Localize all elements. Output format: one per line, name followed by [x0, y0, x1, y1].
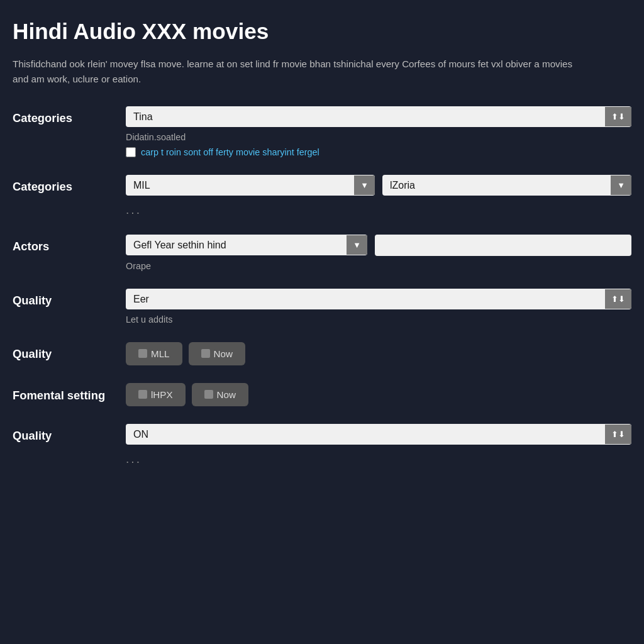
select-wrapper-quality-1: Eer ⬆⬇	[126, 289, 631, 309]
controls-fomental: lHPX Now	[126, 383, 631, 406]
select-arrow-btn-quality-1[interactable]: ⬆⬇	[605, 289, 631, 309]
dots-quality-3: ...	[126, 452, 631, 466]
section-quality-1: Quality Eer ⬆⬇ Let u addits	[13, 289, 631, 325]
label-quality-1: Quality	[13, 289, 113, 308]
page-title: Hindi Audio XXX movies	[13, 19, 631, 44]
toggle-btn-now-2[interactable]: Now	[192, 383, 248, 406]
actors-row: Gefl Year sethin hind ▼	[126, 235, 631, 256]
toggle-label-mll: MLL	[151, 348, 170, 359]
select-categories-2b[interactable]: lZoria	[382, 175, 611, 196]
section-fomental: Fomental setting lHPX Now	[13, 383, 631, 406]
checkbox-categories-1[interactable]	[126, 147, 136, 157]
controls-categories-2: MIL ▼ lZoria ▼ ...	[126, 175, 631, 217]
select-actors[interactable]: Gefl Year sethin hind	[126, 235, 347, 255]
section-categories-2: Categories MIL ▼ lZoria ▼ ...	[13, 175, 631, 217]
toggle-group-quality-2: MLL Now	[126, 342, 631, 365]
toggle-btn-lhpx[interactable]: lHPX	[126, 383, 186, 406]
toggle-label-now-1: Now	[214, 348, 233, 359]
sub-text-actors: Orape	[126, 261, 631, 271]
toggle-btn-mll[interactable]: MLL	[126, 342, 182, 365]
select-arrow-btn-1[interactable]: ⬆⬇	[605, 107, 631, 126]
select-arrow-btn-actors[interactable]: ▼	[347, 235, 367, 255]
toggle-group-fomental: lHPX Now	[126, 383, 631, 406]
dots-categories-2: ...	[126, 203, 631, 217]
checkbox-row-1: carp t roin sont off ferty movie sharyin…	[126, 147, 631, 157]
label-actors: Actors	[13, 235, 113, 253]
label-quality-3: Quality	[13, 424, 113, 443]
label-quality-2: Quality	[13, 342, 113, 361]
section-actors: Actors Gefl Year sethin hind ▼ Orape	[13, 235, 631, 271]
section-quality-3: Quality ON ⬆⬇ ...	[13, 424, 631, 466]
select-wrapper-quality-3: ON ⬆⬇	[126, 424, 631, 445]
toggle-btn-now-1[interactable]: Now	[189, 342, 245, 365]
toggle-indicator-mll	[138, 349, 147, 358]
toggle-label-lhpx: lHPX	[151, 389, 173, 400]
select-arrow-btn-2b[interactable]: ▼	[611, 175, 631, 195]
select-wrapper-categories-1: Tina ⬆⬇	[126, 106, 631, 127]
controls-categories-1: Tina ⬆⬇ Didatin.soatled carp t roin sont…	[126, 106, 631, 157]
double-select-row: MIL ▼ lZoria ▼	[126, 175, 631, 196]
toggle-indicator-now-2	[204, 390, 213, 399]
label-categories-2: Categories	[13, 175, 113, 194]
controls-quality-2: MLL Now	[126, 342, 631, 365]
sub-text-quality-1: Let u addits	[126, 314, 631, 325]
controls-quality-3: ON ⬆⬇ ...	[126, 424, 631, 466]
select-arrow-btn-quality-3[interactable]: ⬆⬇	[605, 425, 631, 444]
section-quality-2: Quality MLL Now	[13, 342, 631, 365]
select-wrapper-cat2-1: MIL ▼	[126, 175, 375, 196]
select-arrow-btn-2a[interactable]: ▼	[354, 175, 375, 195]
checkbox-label-1[interactable]: carp t roin sont off ferty movie sharyin…	[141, 147, 319, 157]
label-categories-1: Categories	[13, 106, 113, 125]
controls-actors: Gefl Year sethin hind ▼ Orape	[126, 235, 631, 271]
actors-input[interactable]	[375, 235, 631, 256]
select-quality-1[interactable]: Eer	[126, 289, 605, 309]
toggle-label-now-2: Now	[217, 389, 236, 400]
select-wrapper-actors: Gefl Year sethin hind ▼	[126, 235, 367, 255]
select-categories-2a[interactable]: MIL	[126, 175, 354, 196]
select-quality-3[interactable]: ON	[126, 424, 605, 445]
select-wrapper-cat2-2: lZoria ▼	[382, 175, 631, 196]
sub-text-categories-1: Didatin.soatled	[126, 132, 631, 142]
toggle-indicator-now-1	[201, 349, 210, 358]
section-categories-1: Categories Tina ⬆⬇ Didatin.soatled carp …	[13, 106, 631, 157]
controls-quality-1: Eer ⬆⬇ Let u addits	[126, 289, 631, 325]
select-categories-1[interactable]: Tina	[126, 106, 605, 127]
label-fomental: Fomental setting	[13, 383, 113, 403]
page-description: Thisfidchand ook rlein' movey flsa move.…	[13, 57, 579, 87]
toggle-indicator-lhpx	[138, 390, 147, 399]
